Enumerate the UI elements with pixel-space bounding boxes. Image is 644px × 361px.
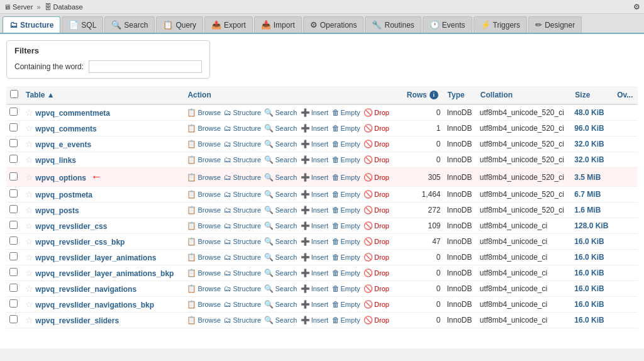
- row-checkbox[interactable]: [9, 299, 18, 308]
- insert-link[interactable]: ➕Insert: [301, 140, 329, 148]
- search-link[interactable]: 🔍Search: [264, 221, 297, 230]
- search-link[interactable]: 🔍Search: [264, 284, 297, 293]
- star-icon[interactable]: ☆: [25, 315, 33, 325]
- drop-link[interactable]: 🚫Drop: [364, 190, 389, 199]
- table-name-link[interactable]: wpvq_revslider_layer_animations: [35, 253, 156, 262]
- row-checkbox[interactable]: [9, 236, 18, 245]
- structure-link[interactable]: 🗂Structure: [224, 221, 261, 230]
- tab-structure[interactable]: 🗂 Structure: [3, 16, 60, 33]
- drop-link[interactable]: 🚫Drop: [364, 108, 389, 117]
- star-icon[interactable]: ☆: [25, 299, 33, 309]
- rows-info-icon[interactable]: i: [430, 91, 438, 99]
- search-link[interactable]: 🔍Search: [264, 237, 297, 246]
- structure-link[interactable]: 🗂Structure: [224, 140, 261, 148]
- table-name-link[interactable]: wpvq_revslider_sliders: [35, 316, 119, 325]
- star-icon[interactable]: ☆: [25, 221, 33, 231]
- tab-operations[interactable]: ⚙ Operations: [303, 16, 364, 33]
- row-checkbox[interactable]: [9, 108, 18, 116]
- tab-sql[interactable]: 📄 SQL: [62, 16, 103, 33]
- star-icon[interactable]: ☆: [25, 139, 33, 149]
- settings-icon[interactable]: ⚙: [633, 3, 640, 11]
- browse-link[interactable]: 📋Browse: [187, 221, 221, 230]
- drop-link[interactable]: 🚫Drop: [364, 124, 389, 133]
- insert-link[interactable]: ➕Insert: [301, 284, 329, 293]
- empty-link[interactable]: 🗑Empty: [332, 108, 360, 117]
- browse-link[interactable]: 📋Browse: [187, 155, 221, 164]
- tab-routines[interactable]: 🔧 Routines: [365, 16, 421, 33]
- structure-link[interactable]: 🗂Structure: [224, 284, 261, 293]
- table-name-link[interactable]: wpvq_revslider_css_bkp: [35, 238, 125, 247]
- drop-link[interactable]: 🚫Drop: [364, 316, 389, 325]
- insert-link[interactable]: ➕Insert: [301, 190, 329, 199]
- table-name-link[interactable]: wpvq_e_events: [35, 140, 91, 149]
- structure-link[interactable]: 🗂Structure: [224, 316, 261, 325]
- star-icon[interactable]: ☆: [25, 284, 33, 294]
- star-icon[interactable]: ☆: [25, 172, 33, 182]
- tab-import[interactable]: 📥 Import: [254, 16, 302, 33]
- insert-link[interactable]: ➕Insert: [301, 221, 329, 230]
- structure-link[interactable]: 🗂Structure: [224, 269, 261, 277]
- insert-link[interactable]: ➕Insert: [301, 300, 329, 309]
- empty-link[interactable]: 🗑Empty: [332, 124, 360, 133]
- tab-search[interactable]: 🔍 Search: [104, 16, 155, 33]
- search-link[interactable]: 🔍Search: [264, 173, 297, 182]
- drop-link[interactable]: 🚫Drop: [364, 284, 389, 293]
- drop-link[interactable]: 🚫Drop: [364, 206, 389, 214]
- insert-link[interactable]: ➕Insert: [301, 316, 329, 325]
- search-link[interactable]: 🔍Search: [264, 190, 297, 199]
- row-checkbox[interactable]: [9, 221, 18, 229]
- row-checkbox[interactable]: [9, 315, 18, 323]
- search-link[interactable]: 🔍Search: [264, 206, 297, 214]
- insert-link[interactable]: ➕Insert: [301, 124, 329, 133]
- tab-query[interactable]: 📋 Query: [156, 16, 203, 33]
- structure-link[interactable]: 🗂Structure: [224, 206, 261, 214]
- drop-link[interactable]: 🚫Drop: [364, 155, 389, 164]
- insert-link[interactable]: ➕Insert: [301, 237, 329, 246]
- select-all-checkbox[interactable]: [10, 90, 18, 98]
- breadcrumb-server[interactable]: 🖥 Server: [4, 3, 33, 11]
- structure-link[interactable]: 🗂Structure: [224, 237, 261, 246]
- table-name-link[interactable]: wpvq_posts: [35, 206, 79, 215]
- drop-link[interactable]: 🚫Drop: [364, 237, 389, 246]
- table-name-link[interactable]: wpvq_options: [35, 174, 86, 182]
- browse-link[interactable]: 📋Browse: [187, 206, 221, 214]
- table-name-link[interactable]: wpvq_links: [35, 156, 76, 165]
- browse-link[interactable]: 📋Browse: [187, 108, 221, 117]
- row-checkbox[interactable]: [9, 172, 18, 181]
- drop-link[interactable]: 🚫Drop: [364, 140, 389, 148]
- structure-link[interactable]: 🗂Structure: [224, 173, 261, 182]
- star-icon[interactable]: ☆: [25, 236, 33, 247]
- drop-link[interactable]: 🚫Drop: [364, 253, 389, 262]
- row-checkbox[interactable]: [9, 155, 18, 163]
- row-checkbox[interactable]: [9, 205, 18, 213]
- row-checkbox[interactable]: [9, 284, 18, 292]
- browse-link[interactable]: 📋Browse: [187, 140, 221, 148]
- insert-link[interactable]: ➕Insert: [301, 269, 329, 277]
- browse-link[interactable]: 📋Browse: [187, 269, 221, 277]
- empty-link[interactable]: 🗑Empty: [332, 206, 360, 214]
- row-checkbox[interactable]: [9, 139, 18, 147]
- star-icon[interactable]: ☆: [25, 108, 33, 118]
- search-link[interactable]: 🔍Search: [264, 253, 297, 262]
- star-icon[interactable]: ☆: [25, 268, 33, 278]
- structure-link[interactable]: 🗂Structure: [224, 190, 261, 199]
- structure-link[interactable]: 🗂Structure: [224, 155, 261, 164]
- insert-link[interactable]: ➕Insert: [301, 155, 329, 164]
- tab-designer[interactable]: ✏ Designer: [528, 16, 582, 33]
- insert-link[interactable]: ➕Insert: [301, 173, 329, 182]
- tab-events[interactable]: 🕐 Events: [423, 16, 472, 33]
- table-name-link[interactable]: wpvq_revslider_navigations: [35, 285, 136, 294]
- breadcrumb-database[interactable]: 🗄 Database: [45, 3, 83, 11]
- empty-link[interactable]: 🗑Empty: [332, 284, 360, 293]
- empty-link[interactable]: 🗑Empty: [332, 155, 360, 164]
- table-name-header[interactable]: Table ▲: [22, 86, 184, 104]
- browse-link[interactable]: 📋Browse: [187, 253, 221, 262]
- structure-link[interactable]: 🗂Structure: [224, 253, 261, 262]
- search-link[interactable]: 🔍Search: [264, 155, 297, 164]
- search-link[interactable]: 🔍Search: [264, 140, 297, 148]
- star-icon[interactable]: ☆: [25, 252, 33, 262]
- search-link[interactable]: 🔍Search: [264, 124, 297, 133]
- drop-link[interactable]: 🚫Drop: [364, 173, 389, 182]
- table-name-link[interactable]: wpvq_revslider_css: [35, 222, 107, 231]
- drop-link[interactable]: 🚫Drop: [364, 269, 389, 277]
